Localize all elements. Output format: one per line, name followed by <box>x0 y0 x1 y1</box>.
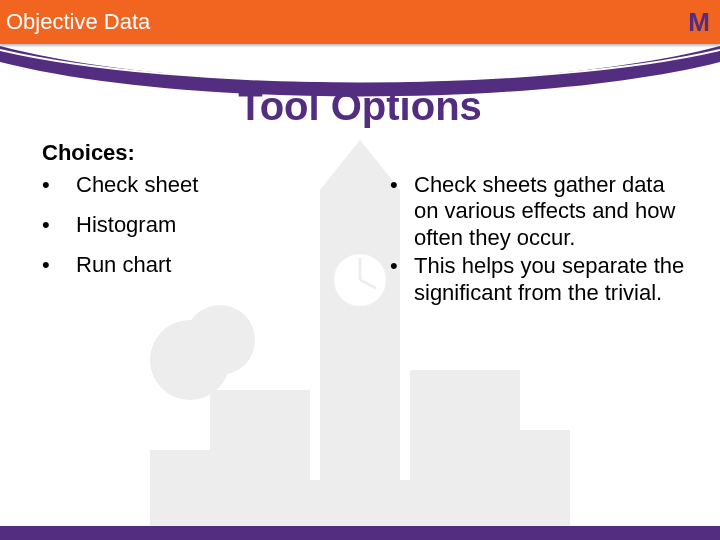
bullet-icon: • <box>390 253 414 279</box>
bullet-icon: • <box>390 172 414 198</box>
description-list: • Check sheets gather data on various ef… <box>390 172 690 308</box>
choices-list: • Check sheet • Histogram • Run chart <box>42 172 342 292</box>
svg-rect-7 <box>210 390 310 540</box>
svg-point-12 <box>185 305 255 375</box>
list-item: • This helps you separate the significan… <box>390 253 690 306</box>
list-item: • Check sheet <box>42 172 342 198</box>
svg-rect-10 <box>510 430 570 540</box>
svg-line-6 <box>360 280 376 288</box>
list-item-text: Check sheets gather data on various effe… <box>414 172 690 251</box>
header-badge: M <box>688 7 710 38</box>
header-title: Objective Data <box>6 9 150 35</box>
list-item: • Histogram <box>42 212 342 238</box>
slide: Objective Data M Tool Options Choices: •… <box>0 0 720 540</box>
list-item-label: Histogram <box>76 212 176 238</box>
bullet-icon: • <box>42 172 76 198</box>
svg-rect-8 <box>410 370 520 540</box>
list-item: • Run chart <box>42 252 342 278</box>
list-item-label: Run chart <box>76 252 171 278</box>
bullet-icon: • <box>42 212 76 238</box>
choices-label: Choices: <box>42 140 135 166</box>
bullet-icon: • <box>42 252 76 278</box>
footer-bar <box>0 526 720 540</box>
list-item-text: This helps you separate the significant … <box>414 253 690 306</box>
header-bar: Objective Data M <box>0 0 720 44</box>
svg-point-11 <box>150 320 230 400</box>
list-item-label: Check sheet <box>76 172 198 198</box>
list-item: • Check sheets gather data on various ef… <box>390 172 690 251</box>
slide-title: Tool Options <box>0 84 720 129</box>
